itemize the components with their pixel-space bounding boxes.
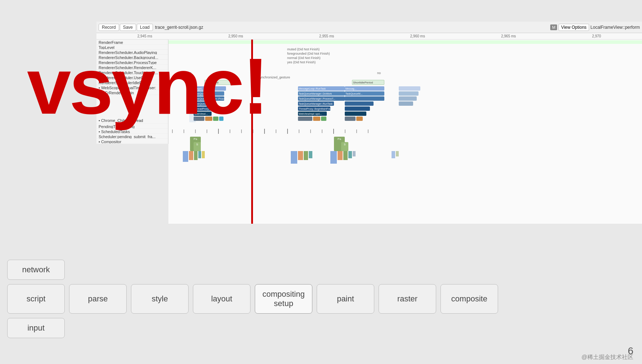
label-muted: muted (Did Not Finish) <box>287 47 320 51</box>
layout-button[interactable]: layout <box>193 284 250 314</box>
paint-button[interactable]: paint <box>317 284 374 314</box>
label-normal: normal (Did Not Finish) <box>287 56 321 60</box>
mini-orange-2 <box>298 151 303 160</box>
ruler-mark-3: 2,955 ms <box>319 34 334 38</box>
mini-teal-2 <box>309 151 312 158</box>
far-right-3 <box>399 96 417 101</box>
webviewimpl-2: WebViewImpl::upd... <box>298 112 327 116</box>
label-pendingsubmit: Scheduler:pending_submit_fra... <box>96 134 168 139</box>
short-idle-period-bar: ShortIdlePeriod <box>352 80 384 85</box>
row5-block-3 <box>356 117 363 121</box>
toolbar: Record Save Load trace_gerrit-scroll.jso… <box>96 22 642 33</box>
save-button[interactable]: Save <box>120 24 136 31</box>
button-row-2: script parse style layout compositingset… <box>7 284 635 314</box>
row2-block-3 <box>345 106 370 111</box>
msgloop-block-2: MessageLoop::RunTask <box>298 86 345 91</box>
row3-block-3 <box>345 112 366 116</box>
timeline-ruler: 2,945 ms 2,950 ms 2,955 ms 2,960 ms 2,96… <box>96 33 642 40</box>
ruler-mark-6: 2,970 <box>592 34 601 38</box>
s-block-1: S <box>194 142 201 151</box>
far-right-1 <box>399 86 420 91</box>
thread-proxy-2: ThreadProxy::BeginMainFrame <box>298 106 330 111</box>
script-button[interactable]: script <box>7 284 65 314</box>
m-button[interactable]: M <box>550 24 557 30</box>
msgloop-block-3: Messag... <box>345 86 384 91</box>
mini-blue-1 <box>183 151 188 162</box>
loc-block-2 <box>321 117 326 121</box>
ruler-mark-2: 2,950 ms <box>228 34 243 38</box>
style-button[interactable]: style <box>131 284 189 314</box>
vsync-text: vsync! <box>27 47 267 126</box>
row-block-3 <box>345 101 374 106</box>
compositing-setup-button[interactable]: compositingsetup <box>255 284 312 314</box>
taskqueue-block-3: TaskQueueM... <box>345 91 384 96</box>
paint-block-2 <box>313 117 320 121</box>
record-button[interactable]: Record <box>99 24 119 31</box>
mini-green-2 <box>304 151 308 160</box>
taskqueue-do-work-2: TaskQueueManager::DoWork <box>298 91 345 96</box>
ruler-mark-5: 2,965 ms <box>501 34 516 38</box>
label-compositor: • Compositor <box>96 139 168 144</box>
far-right-4 <box>399 101 413 106</box>
toolbar-right: M View Options LocalFrameView::perform <box>550 24 640 31</box>
ruler-mark-1: 2,945 ms <box>137 34 152 38</box>
button-row-3: input <box>7 318 635 338</box>
s-block-2: S <box>341 142 348 151</box>
filename-label: trace_gerrit-scroll.json.gz <box>155 25 203 30</box>
view-options-button[interactable]: View Options <box>559 24 589 31</box>
bottom-buttons: network script parse style layout compos… <box>7 260 635 342</box>
composite-button[interactable]: composite <box>440 284 498 314</box>
button-row-1: network <box>7 260 635 280</box>
mini-light-3 <box>353 151 356 156</box>
mini-far-right <box>392 151 395 158</box>
watermark: @稀土掘金技术社区 <box>582 354 633 361</box>
ruler-mark-4: 2,960 ms <box>410 34 425 38</box>
label-foregrounded: foregrounded (Did Not Finish) <box>287 52 330 55</box>
input-button[interactable]: input <box>7 318 65 338</box>
mini-yellow-1 <box>202 151 205 158</box>
mini-teal-1 <box>198 151 201 158</box>
network-button[interactable]: network <box>7 260 65 280</box>
row4-block-3 <box>345 117 356 121</box>
load-button[interactable]: Load <box>137 24 153 31</box>
taskqueue-process-2: TaskQueueManager::ProcessT... <box>298 96 345 101</box>
mini-orange-3 <box>338 151 343 160</box>
page-animator-2 <box>298 117 312 121</box>
mini-blue-2 <box>291 151 297 164</box>
mini-green-3 <box>343 151 348 160</box>
mini-far-right-2 <box>396 151 399 156</box>
far-right-2 <box>399 91 419 96</box>
mini-teal-3 <box>348 151 352 158</box>
raster-button[interactable]: raster <box>379 284 436 314</box>
label-no: no <box>377 71 381 75</box>
label-yes: yes (Did Not Finish) <box>287 60 316 64</box>
parse-button[interactable]: parse <box>69 284 127 314</box>
taskqueue-run-2: TaskQueueManager::RunTask <box>298 101 334 106</box>
frame-label: LocalFrameView::perform <box>591 25 640 30</box>
mini-green-1 <box>194 151 198 160</box>
mini-orange-1 <box>189 151 193 160</box>
mini-blue-3 <box>330 151 337 164</box>
taskqueue2-block-3 <box>345 96 384 101</box>
